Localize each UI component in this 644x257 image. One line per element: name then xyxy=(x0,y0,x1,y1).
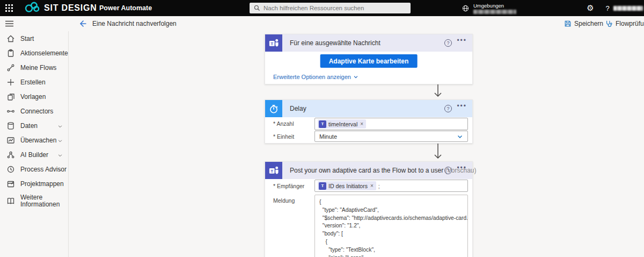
hamburger-menu-icon[interactable] xyxy=(5,19,14,28)
card-help-icon[interactable]: ? xyxy=(444,105,452,112)
token-close-icon[interactable]: × xyxy=(360,121,363,127)
trigger-card: T Für eine ausgewählte Nachricht ? ••• A… xyxy=(265,34,473,84)
card-help-icon[interactable]: ? xyxy=(444,167,452,174)
templates-icon xyxy=(6,92,15,101)
app-name[interactable]: Power Automate xyxy=(99,0,152,16)
settings-gear-icon[interactable]: ⚙ xyxy=(583,0,598,16)
user-account-button[interactable] xyxy=(613,0,643,16)
json-line: { xyxy=(319,198,463,206)
sidebar-label: Erstellen xyxy=(20,78,46,86)
user-name-redacted xyxy=(613,6,643,11)
sidebar-item-ueberwachen[interactable]: Überwachen xyxy=(0,133,68,147)
card-menu-icon[interactable]: ••• xyxy=(457,164,467,172)
back-arrow-icon[interactable] xyxy=(78,19,88,28)
sidebar-item-erstellen[interactable]: Erstellen xyxy=(0,75,68,89)
svg-text:T: T xyxy=(270,169,273,174)
meldung-label: Meldung xyxy=(273,197,295,204)
chevron-down-icon xyxy=(57,51,63,56)
logo-text: SIT DESIGN xyxy=(44,3,97,13)
search-input[interactable] xyxy=(264,5,406,11)
sidebar-item-daten[interactable]: Daten xyxy=(0,118,68,133)
sidebar-item-aktionselemente[interactable]: Aktionselemente xyxy=(0,46,68,60)
chevron-down-icon xyxy=(57,167,63,172)
sidebar-item-connectors[interactable]: Connectors xyxy=(0,104,68,118)
trigger-card-header[interactable]: T Für eine ausgewählte Nachricht ? ••• xyxy=(265,34,472,52)
sidebar-label: Vorlagen xyxy=(20,93,46,101)
sidebar-item-start[interactable]: Start xyxy=(0,31,68,46)
einheit-value: Minute xyxy=(319,133,337,140)
empfaenger-label: * Empfänger xyxy=(273,183,304,189)
json-line: { xyxy=(319,238,463,246)
help-icon[interactable]: ? xyxy=(601,0,614,16)
left-navigation: Start Aktionselemente Meine Flows Erstel… xyxy=(0,31,69,257)
search-icon xyxy=(254,5,260,11)
sidebar-label: Meine Flows xyxy=(20,64,56,72)
teams-icon: T xyxy=(265,34,282,52)
save-button[interactable]: Speichern xyxy=(564,16,603,31)
empfaenger-input[interactable]: T ID des Initiators × ; xyxy=(314,180,468,192)
card-menu-icon[interactable]: ••• xyxy=(457,37,467,44)
sidebar-label: Start xyxy=(20,35,34,42)
post-card-header[interactable]: T Post your own adaptive card as the Flo… xyxy=(265,162,472,179)
connector-arrow[interactable] xyxy=(430,144,445,161)
flow-checker-button[interactable]: Flowprüfung xyxy=(605,16,644,31)
book-icon xyxy=(6,197,15,205)
plus-icon xyxy=(6,78,15,87)
environments-icon xyxy=(462,4,470,12)
sidebar-label: Überwachen xyxy=(20,137,56,144)
environment-picker[interactable]: Umgebungen xyxy=(462,0,516,16)
sidebar-label: AI Builder xyxy=(20,151,48,159)
sit-design-logo[interactable]: SIT DESIGN xyxy=(23,2,97,15)
token-close-icon[interactable]: × xyxy=(370,183,374,189)
token-label: timeInterval xyxy=(328,121,357,127)
json-line: "$schema": "http://adaptivecards.io/sche… xyxy=(319,215,463,223)
home-icon xyxy=(6,34,15,43)
app-launcher-icon[interactable] xyxy=(5,4,13,12)
edit-adaptive-card-button[interactable]: Adaptive Karte bearbeiten xyxy=(320,54,418,68)
connector-arrow[interactable] xyxy=(430,84,445,99)
json-line: "type": "TextBlock", xyxy=(319,246,463,254)
save-label: Speichern xyxy=(574,20,603,27)
sidebar-item-process-advisor[interactable]: Process Advisor xyxy=(0,162,68,176)
teams-icon: T xyxy=(319,182,326,190)
logo-cloud-icon xyxy=(23,1,42,16)
card-menu-icon[interactable]: ••• xyxy=(457,102,467,110)
sidebar-item-meine-flows[interactable]: Meine Flows xyxy=(0,60,68,75)
sidebar-label: Daten xyxy=(20,122,38,130)
chevron-down-icon xyxy=(57,123,63,128)
sidebar-item-weitere-informationen[interactable]: Weitere Informationen xyxy=(0,191,68,211)
delay-card-header[interactable]: Delay ? ••• xyxy=(265,100,472,117)
advanced-options-label: Erweiterte Optionen anzeigen xyxy=(273,74,351,80)
stopwatch-icon xyxy=(265,100,282,117)
sidebar-item-vorlagen[interactable]: Vorlagen xyxy=(0,89,68,104)
einheit-label: * Einheit xyxy=(273,133,294,140)
token-label: ID des Initiators xyxy=(328,183,368,189)
flow-title: Eine Nachricht nachverfolgen xyxy=(92,16,177,31)
sidebar-item-projektmappen[interactable]: Projektmappen xyxy=(0,176,68,191)
timeinterval-token[interactable]: T timeInterval × xyxy=(318,119,366,128)
anzahl-input[interactable]: T timeInterval × xyxy=(314,118,468,130)
global-search[interactable] xyxy=(250,3,411,13)
flow-checker-label: Flowprüfung xyxy=(616,20,644,27)
advanced-options-link[interactable]: Erweiterte Optionen anzeigen xyxy=(273,74,358,80)
delay-card: Delay ? ••• * Anzahl T timeInterval × * … xyxy=(265,99,473,144)
process-advisor-icon xyxy=(6,165,15,174)
sidebar-label: Weitere Informationen xyxy=(20,194,60,208)
meldung-textarea[interactable]: { "type": "AdaptiveCard", "$schema": "ht… xyxy=(314,195,468,257)
flow-toolbar: Eine Nachricht nachverfolgen Speichern F… xyxy=(0,16,644,31)
ai-builder-icon xyxy=(6,151,15,159)
post-adaptive-card-card: T Post your own adaptive card as the Flo… xyxy=(265,161,473,257)
sidebar-label: Connectors xyxy=(20,108,53,115)
json-line: "body": [ xyxy=(319,230,463,238)
einheit-select[interactable]: Minute xyxy=(314,131,468,142)
json-line: "version": "1.2", xyxy=(319,222,463,230)
environment-name-redacted xyxy=(473,10,516,14)
sidebar-label: Projektmappen xyxy=(20,180,64,188)
sidebar-item-ai-builder[interactable]: AI Builder xyxy=(0,147,68,162)
token-separator: ; xyxy=(378,183,380,189)
svg-text:T: T xyxy=(270,41,273,46)
solutions-icon xyxy=(6,180,15,188)
chevron-down-icon xyxy=(353,74,358,80)
initiator-id-token[interactable]: T ID des Initiators × xyxy=(318,181,376,190)
card-help-icon[interactable]: ? xyxy=(444,39,452,47)
